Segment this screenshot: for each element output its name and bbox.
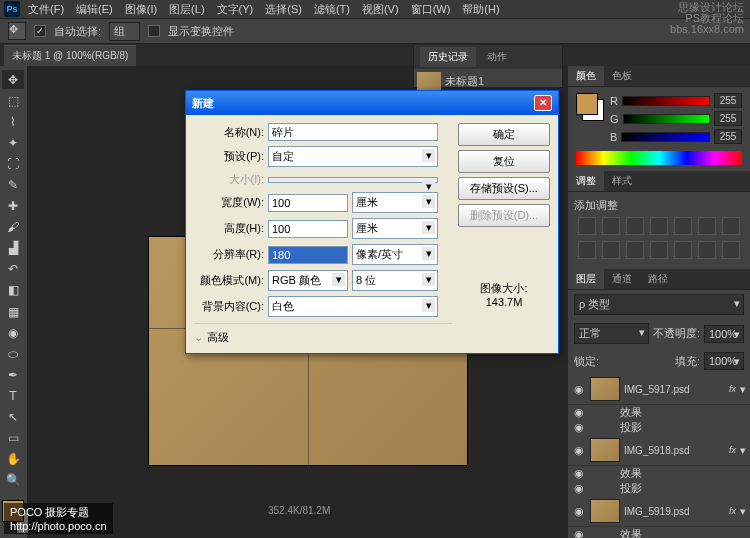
color-tab[interactable]: 颜色: [568, 66, 604, 86]
marquee-tool[interactable]: ⬚: [2, 91, 24, 110]
visibility-icon[interactable]: ◉: [572, 467, 586, 480]
wand-tool[interactable]: ✦: [2, 133, 24, 152]
name-input[interactable]: [268, 123, 438, 141]
save-preset-button[interactable]: 存储预设(S)...: [458, 177, 550, 200]
layer-name[interactable]: IMG_5918.psd: [624, 445, 725, 456]
adj-lookup-icon[interactable]: [626, 241, 644, 259]
visibility-icon[interactable]: ◉: [572, 383, 586, 396]
resolution-input[interactable]: [268, 246, 348, 264]
menu-help[interactable]: 帮助(H): [458, 2, 503, 17]
menu-select[interactable]: 选择(S): [261, 2, 306, 17]
dodge-tool[interactable]: ⬭: [2, 344, 24, 363]
fill-value[interactable]: 100%: [704, 352, 744, 370]
layer-name[interactable]: IMG_5919.psd: [624, 506, 725, 517]
panel-fg-swatch[interactable]: [576, 93, 598, 115]
move-tool[interactable]: ✥: [2, 70, 24, 89]
adj-bw-icon[interactable]: [722, 217, 740, 235]
visibility-icon[interactable]: ◉: [572, 505, 586, 518]
height-input[interactable]: [268, 220, 348, 238]
auto-select-checkbox[interactable]: [34, 25, 46, 37]
show-transform-checkbox[interactable]: [148, 25, 160, 37]
width-unit-combo[interactable]: 厘米: [352, 192, 438, 213]
adj-gradient-map-icon[interactable]: [722, 241, 740, 259]
menu-filter[interactable]: 滤镜(T): [310, 2, 354, 17]
layer-item[interactable]: ◉IMG_5918.psdfx▾: [568, 435, 750, 466]
layer-effects[interactable]: ◉效果: [568, 405, 750, 420]
background-combo[interactable]: 白色: [268, 296, 438, 317]
layers-tab[interactable]: 图层: [568, 269, 604, 289]
visibility-icon[interactable]: ◉: [572, 406, 586, 419]
adj-vibrance-icon[interactable]: [674, 217, 692, 235]
blur-tool[interactable]: ◉: [2, 323, 24, 342]
adj-invert-icon[interactable]: [650, 241, 668, 259]
height-unit-combo[interactable]: 厘米: [352, 218, 438, 239]
document-tab[interactable]: 未标题 1 @ 100%(RGB/8): [4, 45, 136, 66]
advanced-toggle-icon[interactable]: ⌄: [194, 331, 203, 343]
actions-tab[interactable]: 动作: [479, 47, 515, 67]
collapse-icon[interactable]: ▾: [740, 383, 746, 396]
adj-posterize-icon[interactable]: [674, 241, 692, 259]
visibility-icon[interactable]: ◉: [572, 421, 586, 434]
collapse-icon[interactable]: ▾: [740, 505, 746, 518]
layer-name[interactable]: IMG_5917.psd: [624, 384, 725, 395]
adj-hue-icon[interactable]: [698, 217, 716, 235]
layer-item[interactable]: ◉IMG_5919.psdfx▾: [568, 496, 750, 527]
menu-view[interactable]: 视图(V): [358, 2, 403, 17]
brush-tool[interactable]: 🖌: [2, 218, 24, 237]
reset-button[interactable]: 复位: [458, 150, 550, 173]
menu-window[interactable]: 窗口(W): [407, 2, 455, 17]
preset-combo[interactable]: 自定: [268, 146, 438, 167]
gradient-tool[interactable]: ▦: [2, 302, 24, 321]
menu-file[interactable]: 文件(F): [24, 2, 68, 17]
swatches-tab[interactable]: 色板: [604, 66, 640, 86]
adj-exposure-icon[interactable]: [650, 217, 668, 235]
adj-levels-icon[interactable]: [602, 217, 620, 235]
layer-thumb[interactable]: [590, 377, 620, 401]
visibility-icon[interactable]: ◉: [572, 482, 586, 495]
menu-layer[interactable]: 图层(L): [165, 2, 208, 17]
lasso-tool[interactable]: ⌇: [2, 112, 24, 131]
history-brush-tool[interactable]: ↶: [2, 260, 24, 279]
heal-tool[interactable]: ✚: [2, 197, 24, 216]
b-value[interactable]: 255: [714, 129, 742, 144]
close-button[interactable]: ✕: [534, 95, 552, 111]
layer-effect-shadow[interactable]: ◉投影: [568, 420, 750, 435]
resolution-unit-combo[interactable]: 像素/英寸: [352, 244, 438, 265]
menu-image[interactable]: 图像(I): [121, 2, 161, 17]
layer-thumb[interactable]: [590, 438, 620, 462]
adj-photo-filter-icon[interactable]: [578, 241, 596, 259]
collapse-icon[interactable]: ▾: [740, 444, 746, 457]
adj-threshold-icon[interactable]: [698, 241, 716, 259]
layer-effect-shadow[interactable]: ◉投影: [568, 481, 750, 496]
stamp-tool[interactable]: ▟: [2, 239, 24, 258]
r-value[interactable]: 255: [714, 93, 742, 108]
zoom-tool[interactable]: 🔍: [2, 471, 24, 490]
layer-thumb[interactable]: [590, 499, 620, 523]
visibility-icon[interactable]: ◉: [572, 528, 586, 538]
type-tool[interactable]: T: [2, 386, 24, 405]
color-spectrum[interactable]: [576, 151, 742, 165]
eyedropper-tool[interactable]: ✎: [2, 175, 24, 194]
crop-tool[interactable]: ⛶: [2, 154, 24, 173]
move-tool-icon[interactable]: ✥: [8, 22, 26, 40]
fx-badge[interactable]: fx: [729, 384, 736, 394]
dialog-titlebar[interactable]: 新建 ✕: [186, 91, 558, 115]
width-input[interactable]: [268, 194, 348, 212]
blend-mode[interactable]: 正常: [574, 323, 649, 344]
fx-badge[interactable]: fx: [729, 445, 736, 455]
paths-tab[interactable]: 路径: [640, 269, 676, 289]
hand-tool[interactable]: ✋: [2, 450, 24, 469]
bit-depth-combo[interactable]: 8 位: [352, 270, 438, 291]
b-slider[interactable]: [621, 132, 710, 142]
color-mode-combo[interactable]: RGB 颜色: [268, 270, 348, 291]
ok-button[interactable]: 确定: [458, 123, 550, 146]
adj-curves-icon[interactable]: [626, 217, 644, 235]
adj-channel-mixer-icon[interactable]: [602, 241, 620, 259]
pen-tool[interactable]: ✒: [2, 365, 24, 384]
eraser-tool[interactable]: ◧: [2, 281, 24, 300]
g-slider[interactable]: [623, 114, 710, 124]
history-tab[interactable]: 历史记录: [420, 47, 476, 67]
g-value[interactable]: 255: [714, 111, 742, 126]
adj-brightness-icon[interactable]: [578, 217, 596, 235]
channels-tab[interactable]: 通道: [604, 269, 640, 289]
